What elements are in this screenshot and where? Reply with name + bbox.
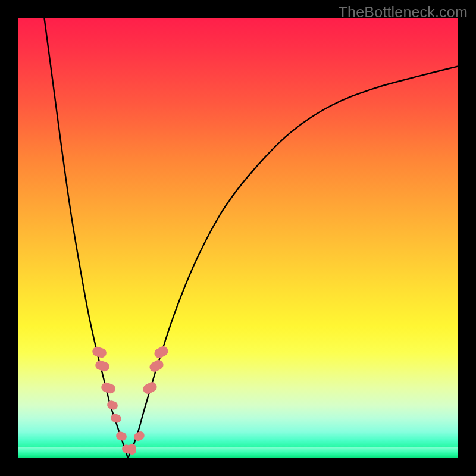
watermark-text: TheBottleneck.com <box>339 4 468 21</box>
gradient-background <box>18 18 458 458</box>
chart-frame: TheBottleneck.com <box>0 0 476 476</box>
data-marker <box>128 444 136 455</box>
bottom-green-band <box>18 447 458 458</box>
plot-area <box>18 18 458 458</box>
